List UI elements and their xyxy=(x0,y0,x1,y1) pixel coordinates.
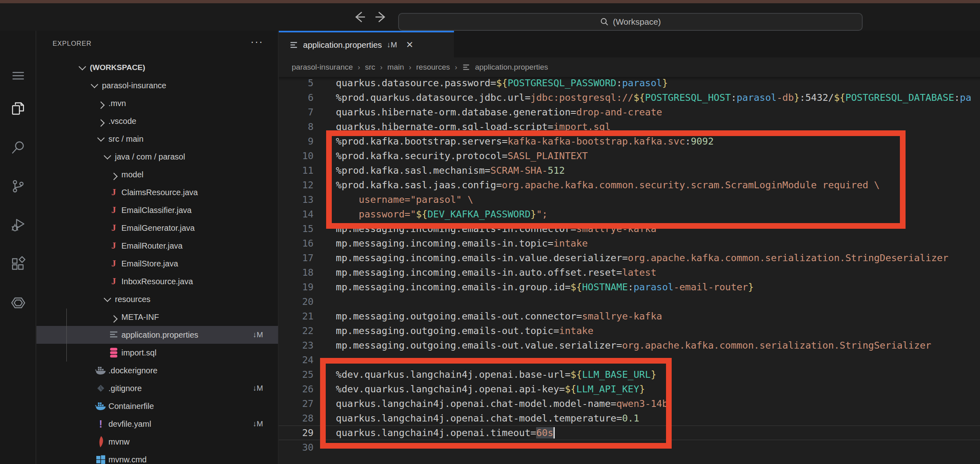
tree-item--vscode[interactable]: .vscode xyxy=(36,112,278,130)
tree-item-emailgenerator-java[interactable]: JEmailGenerator.java xyxy=(36,219,278,237)
tree-item-java-com-parasol[interactable]: java / com / parasol xyxy=(36,148,278,166)
line-content: quarkus.hibernate-orm.sql-load-script=im… xyxy=(314,119,611,134)
code-line-14[interactable]: 14 password="${DEV_KAFKA_PASSWORD}"; xyxy=(279,207,980,221)
tree-item-label: application.properties xyxy=(121,330,198,340)
text-cursor xyxy=(554,427,555,438)
indent-guide xyxy=(66,309,67,362)
tree-item-src-main[interactable]: src / main xyxy=(36,130,278,148)
line-number: 27 xyxy=(279,396,314,411)
code-line-18[interactable]: 18mp.messaging.incoming.emails-in.auto.o… xyxy=(279,265,980,280)
tree-item-devfile-yaml[interactable]: !devfile.yaml↓M xyxy=(36,415,278,433)
code-line-25[interactable]: 25%dev.quarkus.langchain4j.openai.base-u… xyxy=(279,367,980,382)
code-line-10[interactable]: 10%prod.kafka.security.protocol=SASL_PLA… xyxy=(279,149,980,163)
extensions-icon[interactable] xyxy=(0,253,36,275)
tab-close-icon[interactable]: ✕ xyxy=(406,40,413,50)
line-content: quarkus.datasource.password=${POSTGRESQL… xyxy=(314,76,668,90)
code-line-24[interactable]: 24 xyxy=(279,353,980,367)
explorer-more-actions-icon[interactable]: ··· xyxy=(250,36,263,48)
line-number: 7 xyxy=(279,105,314,119)
tree-item-meta-inf[interactable]: META-INF xyxy=(36,308,278,326)
tree-item-mvnw-cmd[interactable]: mvnw.cmd xyxy=(36,451,278,464)
chevron-right-icon xyxy=(107,172,121,177)
source-control-icon[interactable] xyxy=(0,175,36,198)
code-line-22[interactable]: 22mp.messaging.outgoing.emails-out.topic… xyxy=(279,324,980,338)
tab-application-properties[interactable]: application.properties ↓M ✕ xyxy=(279,31,454,57)
command-center-search[interactable]: (Workspace) xyxy=(398,13,863,31)
code-line-19[interactable]: 19mp.messaging.incoming.emails-in.group.… xyxy=(279,280,980,294)
tree-item-claimsresource-java[interactable]: JClaimsResource.java xyxy=(36,183,278,201)
breadcrumb-item[interactable]: main xyxy=(387,63,404,72)
tab-label: application.properties xyxy=(303,40,382,50)
code-line-29[interactable]: 29quarkus.langchain4j.openai.timeout=60s xyxy=(279,426,980,440)
tree-item-label: resources xyxy=(115,295,151,304)
line-content xyxy=(314,353,336,367)
breadcrumb-item[interactable]: application.properties xyxy=(475,63,548,72)
breadcrumb-separator: › xyxy=(409,63,412,72)
tree-item-label: EmailRouter.java xyxy=(121,241,182,251)
line-content: username="parasol" \ xyxy=(314,192,473,207)
tree-item--mvn[interactable]: .mvn xyxy=(36,94,278,112)
git-file-icon xyxy=(94,383,108,393)
tree-item-emailstore-java[interactable]: JEmailStore.java xyxy=(36,255,278,272)
tree-item--dockerignore[interactable]: .dockerignore xyxy=(36,362,278,379)
code-line-21[interactable]: 21mp.messaging.outgoing.emails-out.conne… xyxy=(279,309,980,324)
tree-item-inboxresource-java[interactable]: JInboxResource.java xyxy=(36,272,278,290)
search-icon xyxy=(600,17,609,26)
tree-item-label: (WORKSPACE) xyxy=(90,63,145,72)
title-bar: (Workspace) xyxy=(0,3,980,31)
tree-item-label: mvnw xyxy=(108,437,129,447)
code-line-13[interactable]: 13 username="parasol" \ xyxy=(279,192,980,207)
tree-item-containerfile[interactable]: Containerfile xyxy=(36,397,278,415)
properties-file-icon xyxy=(462,63,470,71)
menu-icon[interactable] xyxy=(0,64,36,87)
tree-item-model[interactable]: model xyxy=(36,166,278,183)
nav-forward-icon[interactable] xyxy=(373,9,389,25)
line-number: 26 xyxy=(279,382,314,396)
line-content: %prod.kafka.security.protocol=SASL_PLAIN… xyxy=(314,149,588,163)
tree-item-import-sql[interactable]: import.sql xyxy=(36,344,278,362)
code-line-27[interactable]: 27quarkus.langchain4j.openai.chat-model.… xyxy=(279,396,980,411)
code-line-20[interactable]: 20 xyxy=(279,294,980,309)
tree-item-application-properties[interactable]: application.properties↓M xyxy=(36,326,278,344)
code-line-5[interactable]: 5quarkus.datasource.password=${POSTGRESQ… xyxy=(279,76,980,90)
code-line-16[interactable]: 16mp.messaging.incoming.emails-in.topic=… xyxy=(279,236,980,251)
code-line-15[interactable]: 15mp.messaging.incoming.emails-in.connec… xyxy=(279,221,980,236)
line-content: %dev.quarkus.langchain4j.openai.base-url… xyxy=(314,367,656,382)
code-line-30[interactable]: 30 xyxy=(279,440,980,455)
code-line-28[interactable]: 28quarkus.langchain4j.openai.chat-model.… xyxy=(279,411,980,426)
tree-item--gitignore[interactable]: .gitignore↓M xyxy=(36,379,278,397)
code-line-26[interactable]: 26%dev.quarkus.langchain4j.openai.api-ke… xyxy=(279,382,980,396)
tree-item-resources[interactable]: resources xyxy=(36,290,278,308)
run-debug-icon[interactable] xyxy=(0,214,36,236)
line-number: 17 xyxy=(279,251,314,265)
tree-item--workspace-[interactable]: (WORKSPACE) xyxy=(36,59,278,77)
code-line-11[interactable]: 11%prod.kafka.sasl.mechanism=SCRAM-SHA-5… xyxy=(279,163,980,178)
breadcrumb-item[interactable]: resources xyxy=(416,63,450,72)
line-number: 6 xyxy=(279,90,314,105)
nav-back-icon[interactable] xyxy=(351,9,367,25)
code-editor[interactable]: 5quarkus.datasource.password=${POSTGRESQ… xyxy=(279,76,980,464)
code-line-9[interactable]: 9%prod.kafka.bootstrap.servers=kafka-kaf… xyxy=(279,134,980,149)
code-line-17[interactable]: 17mp.messaging.incoming.emails-in.value.… xyxy=(279,251,980,265)
tree-item-parasol-insurance[interactable]: parasol-insurance xyxy=(36,77,278,94)
docker-grey-file-icon xyxy=(94,366,108,375)
breadcrumb-item[interactable]: parasol-insurance xyxy=(292,63,353,72)
code-line-8[interactable]: 8quarkus.hibernate-orm.sql-load-script=i… xyxy=(279,119,980,134)
line-content: mp.messaging.incoming.emails-in.group.id… xyxy=(314,280,754,294)
code-line-23[interactable]: 23mp.messaging.outgoing.emails-out.value… xyxy=(279,338,980,353)
code-line-12[interactable]: 12%prod.kafka.sasl.jaas.config=org.apach… xyxy=(279,178,980,192)
explorer-icon[interactable] xyxy=(0,97,36,120)
line-content: mp.messaging.incoming.emails-in.connecto… xyxy=(314,221,656,236)
tree-item-mvnw[interactable]: mvnw xyxy=(36,433,278,451)
breadcrumb-item[interactable]: src xyxy=(365,63,375,72)
code-line-6[interactable]: 6%prod.quarkus.datasource.jdbc.url=jdbc:… xyxy=(279,90,980,105)
tree-item-emailrouter-java[interactable]: JEmailRouter.java xyxy=(36,237,278,255)
hexagon-icon[interactable] xyxy=(0,292,36,314)
line-number: 10 xyxy=(279,149,314,163)
search-icon[interactable] xyxy=(0,136,36,159)
tree-item-label: .gitignore xyxy=(108,384,142,393)
tree-item-emailclassifier-java[interactable]: JEmailClassifier.java xyxy=(36,201,278,219)
breadcrumb-separator: › xyxy=(455,63,457,72)
code-line-7[interactable]: 7quarkus.hibernate-orm.database.generati… xyxy=(279,105,980,119)
line-number: 13 xyxy=(279,192,314,207)
